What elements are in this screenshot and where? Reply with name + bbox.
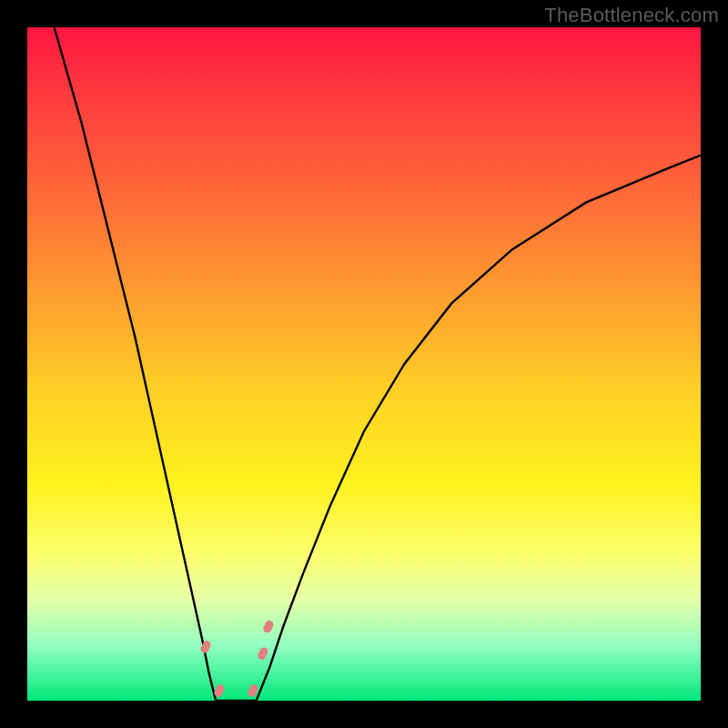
watermark-label: TheBottleneck.com (544, 4, 719, 27)
marker-right-shoulder-high (262, 619, 275, 633)
marker-left-shoulder (199, 640, 212, 654)
markers-group (199, 619, 275, 698)
curves-svg (27, 27, 701, 701)
right-curve (257, 156, 701, 701)
marker-right-shoulder-low (257, 646, 269, 661)
chart-frame: TheBottleneck.com (0, 0, 728, 728)
plot-area (27, 27, 701, 701)
left-curve (55, 27, 217, 701)
